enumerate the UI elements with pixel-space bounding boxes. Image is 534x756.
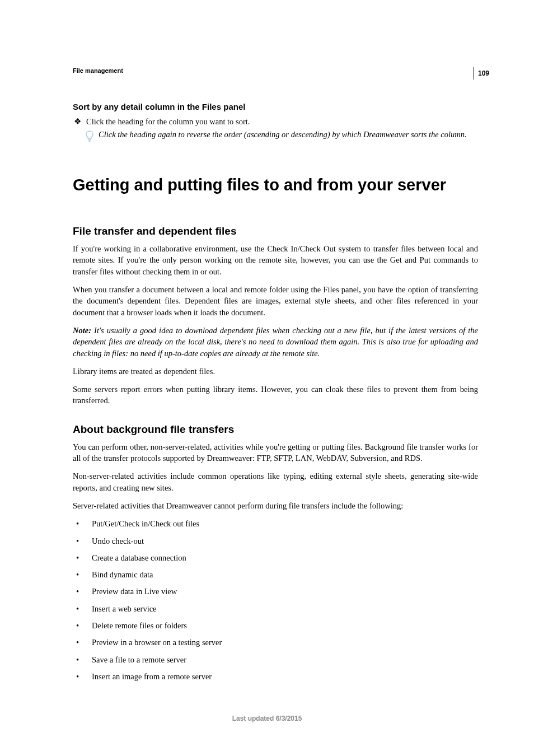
paragraph: When you transfer a document between a l… — [73, 284, 478, 318]
list-item-text: Insert a web service — [92, 603, 157, 614]
list-item-text: Insert an image from a remote server — [92, 671, 212, 682]
paragraph: Some servers report errors when putting … — [73, 384, 478, 407]
list-item-text: Preview data in Live view — [92, 586, 177, 597]
bullet-dot-icon: • — [73, 586, 92, 597]
heading-transfer: File transfer and dependent files — [73, 225, 478, 237]
list-item: •Create a database connection — [73, 552, 478, 563]
bullet-marker: ❖ — [73, 116, 86, 127]
list-item-text: Preview in a browser on a testing server — [92, 637, 222, 648]
list-item: •Preview data in Live view — [73, 586, 478, 597]
bullet-dot-icon: • — [73, 552, 92, 563]
page-number: 109 — [474, 67, 489, 80]
paragraph: Library items are treated as dependent f… — [73, 366, 478, 377]
list-item-text: Create a database connection — [92, 552, 186, 563]
list-item: •Preview in a browser on a testing serve… — [73, 637, 478, 648]
bullet-dot-icon: • — [73, 603, 92, 614]
paragraph: If you're working in a collaborative env… — [73, 243, 478, 277]
running-head: File management — [73, 67, 478, 74]
page-number-text: 109 — [478, 69, 489, 77]
note-text: It's usually a good idea to download dep… — [73, 326, 478, 358]
tip-text: Click the heading again to reverse the o… — [99, 129, 467, 141]
bullet-dot-icon: • — [73, 637, 92, 648]
bullet-item: ❖ Click the heading for the column you w… — [73, 116, 478, 127]
bullet-dot-icon: • — [73, 654, 92, 665]
bullet-dot-icon: • — [73, 518, 92, 529]
paragraph: Non-server-related activities include co… — [73, 470, 478, 493]
list-item: •Put/Get/Check in/Check out files — [73, 518, 478, 529]
activity-list: •Put/Get/Check in/Check out files •Undo … — [73, 518, 478, 682]
paragraph: You can perform other, non-server-relate… — [73, 441, 478, 464]
list-item: •Undo check-out — [73, 535, 478, 547]
note-label: Note: — [73, 326, 94, 335]
list-item-text: Bind dynamic data — [92, 569, 153, 580]
list-item: •Insert an image from a remote server — [73, 671, 478, 682]
list-item-text: Undo check-out — [92, 535, 144, 547]
bullet-dot-icon: • — [73, 620, 92, 631]
list-item: •Delete remote files or folders — [73, 620, 478, 631]
document-page: 109 File management Sort by any detail c… — [0, 0, 534, 756]
heading-background: About background file transfers — [73, 423, 478, 436]
note: Note: It's usually a good idea to downlo… — [73, 325, 478, 359]
list-item-text: Delete remote files or folders — [92, 620, 187, 631]
heading-sort: Sort by any detail column in the Files p… — [73, 102, 478, 111]
tip: Click the heading again to reverse the o… — [85, 129, 478, 143]
bullet-dot-icon: • — [73, 569, 92, 580]
list-item-text: Put/Get/Check in/Check out files — [92, 518, 199, 529]
list-item: •Insert a web service — [73, 603, 478, 614]
paragraph: Server-related activities that Dreamweav… — [73, 500, 478, 511]
list-item: •Save a file to a remote server — [73, 654, 478, 665]
bullet-dot-icon: • — [73, 671, 92, 682]
heading-main: Getting and putting files to and from yo… — [73, 176, 478, 194]
list-item: •Bind dynamic data — [73, 569, 478, 580]
lightbulb-icon — [85, 130, 96, 143]
list-item-text: Save a file to a remote server — [92, 654, 186, 665]
footer-last-updated: Last updated 6/3/2015 — [0, 715, 534, 722]
bullet-text: Click the heading for the column you wan… — [86, 116, 250, 127]
bullet-dot-icon: • — [73, 535, 92, 547]
